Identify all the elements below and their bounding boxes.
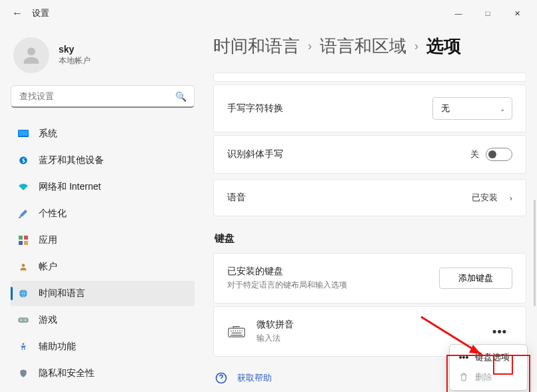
keyboard-title: 微软拼音: [257, 319, 294, 331]
card-handwriting-conversion: 手写字符转换 无 ⌄: [213, 85, 526, 132]
ctx-keyboard-options[interactable]: ••• 键盘选项: [450, 347, 527, 367]
breadcrumb-item-time-language[interactable]: 时间和语言: [213, 35, 300, 58]
context-menu: ••• 键盘选项 删除: [449, 344, 528, 391]
keyboard-icon: [227, 325, 246, 338]
sidebar-item-personalize[interactable]: 个性化: [11, 201, 195, 226]
time-language-icon: [17, 288, 29, 299]
sidebar-item-label: 应用: [39, 234, 57, 246]
personalize-icon: [17, 208, 29, 220]
add-keyboard-button[interactable]: 添加键盘: [439, 268, 512, 289]
chevron-right-icon: ›: [510, 193, 512, 203]
privacy-icon: [17, 367, 29, 379]
svg-rect-7: [19, 241, 23, 245]
toggle-knob: [488, 150, 496, 158]
sidebar-item-gaming[interactable]: 游戏: [11, 307, 195, 333]
sidebar-item-label: 个性化: [39, 208, 67, 220]
user-profile[interactable]: sky 本地帐户: [11, 37, 195, 73]
svg-rect-6: [24, 236, 28, 240]
accessibility-icon: [17, 341, 29, 353]
sidebar-item-time-language[interactable]: 时间和语言: [11, 281, 195, 306]
breadcrumb-item-language-region[interactable]: 语言和区域: [320, 35, 406, 58]
status-badge: 已安装: [472, 192, 498, 204]
system-icon: [17, 128, 29, 140]
svg-rect-8: [24, 241, 28, 245]
close-button[interactable]: ✕: [502, 3, 532, 24]
svg-point-12: [21, 319, 22, 321]
button-label: 添加键盘: [458, 272, 493, 284]
sidebar-item-network[interactable]: 网络和 Internet: [11, 174, 195, 200]
breadcrumb: 时间和语言 › 语言和区域 › 选项: [213, 35, 526, 58]
bluetooth-icon: [17, 154, 29, 166]
toggle-state-text: 关: [470, 148, 479, 160]
svg-point-9: [22, 264, 25, 267]
scrollbar[interactable]: [534, 200, 536, 306]
setting-label: 识别斜体手写: [227, 148, 283, 160]
sidebar-item-label: 网络和 Internet: [39, 181, 101, 193]
svg-rect-5: [19, 236, 23, 240]
ctx-item-label: 键盘选项: [475, 351, 510, 363]
sidebar-item-label: 系统: [39, 128, 57, 140]
handwriting-conversion-dropdown[interactable]: 无 ⌄: [432, 97, 512, 120]
setting-label: 语音: [227, 192, 246, 204]
nav-list: 系统 蓝牙和其他设备 网络和 Internet 个性化 应用: [11, 121, 195, 387]
accounts-icon: [17, 261, 29, 273]
get-help-link[interactable]: 获取帮助: [237, 372, 272, 384]
svg-rect-2: [19, 130, 28, 136]
window-title: 设置: [32, 7, 49, 19]
titlebar: ← 设置 — □ ✕: [0, 0, 537, 27]
more-options-button[interactable]: •••: [487, 322, 512, 341]
ctx-delete: 删除: [450, 367, 527, 387]
setting-label: 已安装的键盘: [227, 266, 347, 278]
card-speech[interactable]: 语音 已安装 ›: [213, 179, 526, 216]
svg-rect-11: [18, 317, 29, 323]
chevron-right-icon: ›: [414, 39, 418, 53]
user-name: sky: [59, 44, 91, 55]
italic-handwriting-toggle[interactable]: [486, 148, 512, 161]
apps-icon: [17, 234, 29, 246]
sidebar-item-system[interactable]: 系统: [11, 121, 195, 146]
minimize-button[interactable]: —: [444, 3, 473, 24]
svg-point-0: [27, 47, 35, 55]
card-installed-keyboards: 已安装的键盘 对于特定语言的键布局和输入选项 添加键盘: [213, 253, 526, 303]
sidebar-item-apps[interactable]: 应用: [11, 228, 195, 253]
chevron-right-icon: ›: [308, 39, 312, 53]
more-icon: •••: [458, 352, 470, 363]
sidebar-item-label: 辅助功能: [39, 341, 76, 353]
setting-label: 手写字符转换: [227, 102, 283, 114]
maximize-button[interactable]: □: [473, 3, 502, 24]
sidebar: sky 本地帐户 🔍 系统 蓝牙和其他设备 网络和 Internet: [0, 27, 200, 392]
back-button[interactable]: ←: [5, 7, 29, 19]
search-box[interactable]: 🔍: [11, 85, 195, 108]
setting-subtitle: 对于特定语言的键布局和输入选项: [227, 280, 347, 291]
keyboard-subtitle: 输入法: [257, 333, 294, 344]
sidebar-item-label: 蓝牙和其他设备: [39, 154, 104, 166]
sidebar-item-label: 时间和语言: [39, 288, 85, 299]
search-input[interactable]: [11, 85, 195, 108]
user-account-type: 本地帐户: [59, 55, 91, 67]
gaming-icon: [17, 314, 29, 326]
sidebar-item-label: 隐私和安全性: [39, 367, 95, 379]
sidebar-item-accounts[interactable]: 帐户: [11, 254, 195, 280]
help-icon: [215, 371, 228, 385]
svg-point-13: [25, 319, 26, 321]
sidebar-item-accessibility[interactable]: 辅助功能: [11, 334, 195, 359]
section-title-keyboards: 键盘: [215, 232, 526, 245]
card-italic-handwriting: 识别斜体手写 关: [213, 135, 526, 174]
sidebar-item-bluetooth[interactable]: 蓝牙和其他设备: [11, 148, 195, 173]
svg-rect-4: [19, 217, 21, 218]
trash-icon: [458, 372, 470, 383]
main-panel: 时间和语言 › 语言和区域 › 选项 手写字符转换 无 ⌄ 识别斜体手写 关: [200, 27, 537, 392]
avatar: [13, 37, 49, 73]
chevron-down-icon: ⌄: [500, 105, 505, 112]
svg-point-14: [23, 343, 25, 345]
wifi-icon: [17, 181, 29, 193]
sidebar-item-privacy[interactable]: 隐私和安全性: [11, 361, 195, 386]
card-spacer: [213, 73, 526, 82]
dropdown-value: 无: [441, 102, 450, 114]
ctx-item-label: 删除: [475, 371, 492, 383]
breadcrumb-item-options: 选项: [426, 35, 461, 58]
sidebar-item-label: 帐户: [39, 261, 57, 273]
sidebar-item-label: 游戏: [39, 314, 57, 326]
